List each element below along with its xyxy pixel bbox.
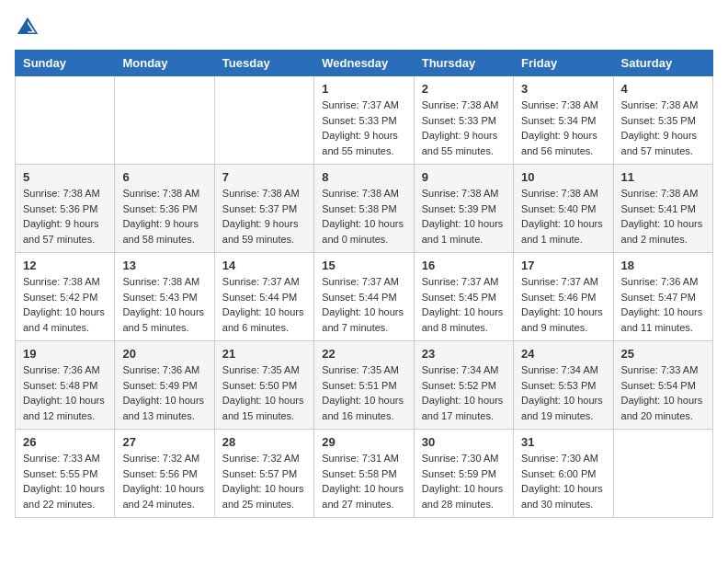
calendar-day-cell: 20Sunrise: 7:36 AMSunset: 5:49 PMDayligh…: [115, 341, 214, 430]
daylight-text: Daylight: 10 hours and 24 minutes.: [122, 481, 206, 511]
calendar-day-cell: 14Sunrise: 7:37 AMSunset: 5:44 PMDayligh…: [214, 253, 313, 341]
sunset-text: Sunset: 5:33 PM: [422, 113, 506, 129]
daylight-text: Daylight: 10 hours and 15 minutes.: [222, 393, 306, 423]
day-info: Sunrise: 7:36 AMSunset: 5:49 PMDaylight:…: [122, 362, 206, 423]
day-info: Sunrise: 7:31 AMSunset: 5:58 PMDaylight:…: [322, 451, 405, 511]
calendar-day-cell: 2Sunrise: 7:38 AMSunset: 5:33 PMDaylight…: [414, 76, 513, 165]
day-info: Sunrise: 7:35 AMSunset: 5:50 PMDaylight:…: [222, 362, 306, 423]
day-of-week-header: Tuesday: [214, 51, 313, 76]
sunset-text: Sunset: 5:36 PM: [122, 201, 206, 217]
sunrise-text: Sunrise: 7:37 AM: [222, 274, 306, 290]
calendar-week-row: 12Sunrise: 7:38 AMSunset: 5:42 PMDayligh…: [16, 253, 713, 341]
sunset-text: Sunset: 5:38 PM: [322, 201, 405, 217]
day-number: 23: [422, 347, 506, 361]
daylight-text: Daylight: 10 hours and 7 minutes.: [322, 304, 405, 335]
sunrise-text: Sunrise: 7:36 AM: [621, 274, 705, 290]
calendar-day-cell: 21Sunrise: 7:35 AMSunset: 5:50 PMDayligh…: [214, 341, 313, 430]
daylight-text: Daylight: 10 hours and 28 minutes.: [422, 481, 506, 511]
daylight-text: Daylight: 10 hours and 12 minutes.: [23, 393, 107, 423]
calendar-week-row: 26Sunrise: 7:33 AMSunset: 5:55 PMDayligh…: [16, 430, 713, 518]
daylight-text: Daylight: 10 hours and 8 minutes.: [422, 304, 506, 335]
sunset-text: Sunset: 5:34 PM: [521, 113, 605, 129]
calendar-day-cell: 30Sunrise: 7:30 AMSunset: 5:59 PMDayligh…: [414, 430, 513, 518]
daylight-text: Daylight: 10 hours and 17 minutes.: [422, 393, 506, 423]
sunrise-text: Sunrise: 7:37 AM: [521, 274, 605, 290]
sunrise-text: Sunrise: 7:35 AM: [322, 362, 405, 378]
day-info: Sunrise: 7:37 AMSunset: 5:46 PMDaylight:…: [521, 274, 605, 335]
page-header: [15, 15, 713, 40]
sunrise-text: Sunrise: 7:37 AM: [322, 98, 405, 113]
day-info: Sunrise: 7:36 AMSunset: 5:48 PMDaylight:…: [23, 362, 107, 423]
day-number: 16: [422, 259, 506, 272]
daylight-text: Daylight: 10 hours and 11 minutes.: [621, 304, 705, 335]
day-number: 4: [621, 82, 705, 96]
day-info: Sunrise: 7:38 AMSunset: 5:36 PMDaylight:…: [122, 186, 206, 247]
day-info: Sunrise: 7:38 AMSunset: 5:36 PMDaylight:…: [23, 186, 107, 247]
sunrise-text: Sunrise: 7:38 AM: [621, 186, 705, 201]
day-number: 2: [422, 82, 506, 96]
sunrise-text: Sunrise: 7:32 AM: [122, 451, 206, 466]
sunset-text: Sunset: 5:59 PM: [422, 466, 506, 482]
sunrise-text: Sunrise: 7:34 AM: [521, 362, 605, 378]
sunset-text: Sunset: 5:53 PM: [521, 378, 605, 394]
day-of-week-header: Wednesday: [314, 51, 414, 76]
sunset-text: Sunset: 5:35 PM: [621, 113, 705, 129]
sunrise-text: Sunrise: 7:38 AM: [422, 98, 506, 113]
day-of-week-header: Monday: [115, 51, 214, 76]
sunrise-text: Sunrise: 7:37 AM: [322, 274, 405, 290]
day-number: 31: [521, 435, 605, 449]
sunset-text: Sunset: 5:48 PM: [23, 378, 107, 394]
day-info: Sunrise: 7:32 AMSunset: 5:56 PMDaylight:…: [122, 451, 206, 511]
day-info: Sunrise: 7:36 AMSunset: 5:47 PMDaylight:…: [621, 274, 705, 335]
sunset-text: Sunset: 5:44 PM: [222, 290, 306, 305]
calendar-day-cell: 17Sunrise: 7:37 AMSunset: 5:46 PMDayligh…: [514, 253, 613, 341]
day-info: Sunrise: 7:38 AMSunset: 5:35 PMDaylight:…: [621, 98, 705, 158]
sunrise-text: Sunrise: 7:38 AM: [122, 274, 206, 290]
calendar-day-cell: 4Sunrise: 7:38 AMSunset: 5:35 PMDaylight…: [613, 76, 712, 165]
sunset-text: Sunset: 5:49 PM: [122, 378, 206, 394]
logo: [15, 15, 46, 40]
day-number: 12: [23, 259, 107, 272]
calendar-day-cell: 24Sunrise: 7:34 AMSunset: 5:53 PMDayligh…: [514, 341, 613, 430]
calendar-day-cell: 29Sunrise: 7:31 AMSunset: 5:58 PMDayligh…: [314, 430, 414, 518]
day-number: 5: [23, 170, 107, 184]
calendar-day-cell: 1Sunrise: 7:37 AMSunset: 5:33 PMDaylight…: [314, 76, 414, 165]
day-number: 8: [322, 170, 405, 184]
sunset-text: Sunset: 5:43 PM: [122, 290, 206, 305]
day-number: 10: [521, 170, 605, 184]
day-number: 17: [521, 259, 605, 272]
daylight-text: Daylight: 10 hours and 13 minutes.: [122, 393, 206, 423]
sunset-text: Sunset: 5:56 PM: [122, 466, 206, 482]
logo-icon: [15, 15, 40, 40]
sunrise-text: Sunrise: 7:36 AM: [23, 362, 107, 378]
calendar-day-cell: 18Sunrise: 7:36 AMSunset: 5:47 PMDayligh…: [613, 253, 712, 341]
sunrise-text: Sunrise: 7:38 AM: [422, 186, 506, 201]
sunrise-text: Sunrise: 7:38 AM: [122, 186, 206, 201]
day-info: Sunrise: 7:38 AMSunset: 5:34 PMDaylight:…: [521, 98, 605, 158]
calendar-day-cell: 23Sunrise: 7:34 AMSunset: 5:52 PMDayligh…: [414, 341, 513, 430]
day-info: Sunrise: 7:38 AMSunset: 5:38 PMDaylight:…: [322, 186, 405, 247]
day-info: Sunrise: 7:37 AMSunset: 5:45 PMDaylight:…: [422, 274, 506, 335]
day-number: 13: [122, 259, 206, 272]
day-info: Sunrise: 7:34 AMSunset: 5:52 PMDaylight:…: [422, 362, 506, 423]
daylight-text: Daylight: 10 hours and 6 minutes.: [222, 304, 306, 335]
day-of-week-header: Thursday: [414, 51, 513, 76]
sunset-text: Sunset: 5:37 PM: [222, 201, 306, 217]
calendar-day-cell: 19Sunrise: 7:36 AMSunset: 5:48 PMDayligh…: [16, 341, 115, 430]
calendar-table: SundayMondayTuesdayWednesdayThursdayFrid…: [15, 50, 713, 518]
sunrise-text: Sunrise: 7:33 AM: [23, 451, 107, 466]
day-number: 26: [23, 435, 107, 449]
day-number: 11: [621, 170, 705, 184]
calendar-day-cell: [115, 76, 214, 165]
calendar-day-cell: 25Sunrise: 7:33 AMSunset: 5:54 PMDayligh…: [613, 341, 712, 430]
day-number: 15: [322, 259, 405, 272]
daylight-text: Daylight: 10 hours and 16 minutes.: [322, 393, 405, 423]
calendar-day-cell: 28Sunrise: 7:32 AMSunset: 5:57 PMDayligh…: [214, 430, 313, 518]
sunrise-text: Sunrise: 7:38 AM: [521, 98, 605, 113]
daylight-text: Daylight: 9 hours and 55 minutes.: [422, 128, 506, 158]
calendar-day-cell: 22Sunrise: 7:35 AMSunset: 5:51 PMDayligh…: [314, 341, 414, 430]
sunset-text: Sunset: 5:39 PM: [422, 201, 506, 217]
day-info: Sunrise: 7:38 AMSunset: 5:42 PMDaylight:…: [23, 274, 107, 335]
calendar-day-cell: 13Sunrise: 7:38 AMSunset: 5:43 PMDayligh…: [115, 253, 214, 341]
sunrise-text: Sunrise: 7:34 AM: [422, 362, 506, 378]
